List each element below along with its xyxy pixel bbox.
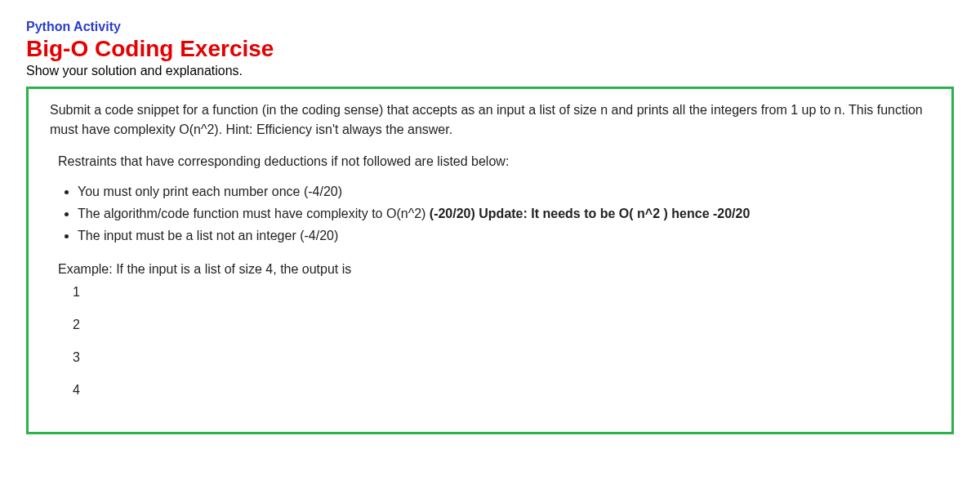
- restraint-item: The input must be a list not an integer …: [78, 225, 930, 247]
- restraint-text: The input must be a list not an integer …: [78, 229, 338, 242]
- restraint-bold: (-20/20) Update: It needs to be O( n^2 )…: [430, 207, 751, 220]
- restraint-item: The algorithm/code function must have co…: [78, 202, 930, 225]
- example-label: Example: If the input is a list of size …: [50, 262, 930, 277]
- exercise-box: Submit a code snippet for a function (in…: [26, 87, 954, 434]
- output-line: 1: [73, 285, 930, 300]
- restraint-item: You must only print each number once (-4…: [78, 180, 930, 202]
- output-line: 2: [73, 318, 930, 332]
- example-output: 1 2 3 4: [50, 285, 930, 398]
- restraints-intro: Restraints that have corresponding deduc…: [50, 154, 930, 169]
- output-line: 3: [73, 350, 930, 365]
- output-line: 4: [73, 383, 930, 398]
- activity-label: Python Activity: [26, 20, 954, 34]
- restraint-text: The algorithm/code function must have co…: [78, 207, 430, 220]
- exercise-title: Big-O Coding Exercise: [26, 36, 954, 62]
- instructions-text: Show your solution and explanations.: [26, 64, 954, 78]
- prompt-text: Submit a code snippet for a function (in…: [50, 100, 930, 140]
- restraint-text: You must only print each number once (-4…: [78, 185, 342, 198]
- restraints-list: You must only print each number once (-4…: [50, 180, 930, 247]
